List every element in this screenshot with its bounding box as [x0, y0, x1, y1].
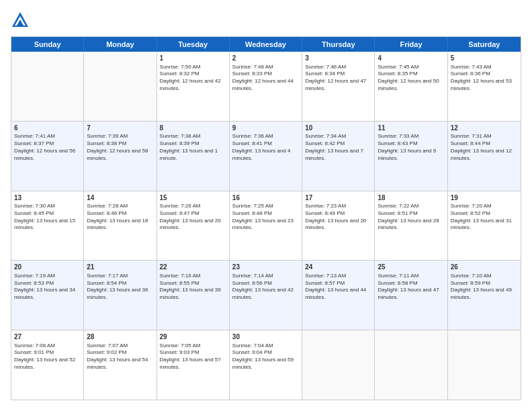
- calendar: SundayMondayTuesdayWednesdayThursdayFrid…: [11, 36, 521, 400]
- day-info: Sunrise: 7:14 AM Sunset: 8:56 PM Dayligh…: [232, 273, 299, 302]
- day-info: Sunrise: 7:19 AM Sunset: 8:53 PM Dayligh…: [14, 273, 81, 302]
- day-number: 19: [451, 193, 518, 203]
- day-info: Sunrise: 7:25 AM Sunset: 8:48 PM Dayligh…: [232, 203, 299, 232]
- day-header-thursday: Thursday: [302, 37, 375, 52]
- day-cell-22: 22Sunrise: 7:16 AM Sunset: 8:55 PM Dayli…: [157, 261, 230, 330]
- day-cell-empty: [11, 52, 84, 121]
- day-number: 30: [232, 332, 299, 342]
- day-number: 25: [378, 263, 444, 272]
- day-header-wednesday: Wednesday: [230, 37, 302, 52]
- day-header-friday: Friday: [375, 37, 447, 52]
- day-header-sunday: Sunday: [11, 37, 84, 52]
- day-number: 10: [305, 124, 371, 133]
- day-info: Sunrise: 7:41 AM Sunset: 8:37 PM Dayligh…: [14, 133, 81, 162]
- day-cell-17: 17Sunrise: 7:23 AM Sunset: 8:49 PM Dayli…: [302, 191, 375, 261]
- day-cell-5: 5Sunrise: 7:43 AM Sunset: 8:36 PM Daylig…: [448, 52, 521, 121]
- day-number: 27: [14, 332, 81, 342]
- day-cell-20: 20Sunrise: 7:19 AM Sunset: 8:53 PM Dayli…: [11, 261, 84, 330]
- day-cell-26: 26Sunrise: 7:10 AM Sunset: 8:59 PM Dayli…: [448, 261, 521, 330]
- day-cell-13: 13Sunrise: 7:30 AM Sunset: 8:45 PM Dayli…: [11, 191, 84, 261]
- day-number: 2: [232, 54, 299, 63]
- day-info: Sunrise: 7:31 AM Sunset: 8:44 PM Dayligh…: [451, 133, 518, 162]
- day-number: 28: [87, 332, 153, 342]
- day-info: Sunrise: 7:38 AM Sunset: 8:39 PM Dayligh…: [160, 133, 226, 162]
- day-info: Sunrise: 7:08 AM Sunset: 9:01 PM Dayligh…: [14, 342, 81, 371]
- day-number: 21: [87, 263, 153, 272]
- day-info: Sunrise: 7:45 AM Sunset: 8:35 PM Dayligh…: [378, 64, 444, 93]
- day-info: Sunrise: 7:48 AM Sunset: 8:33 PM Dayligh…: [232, 64, 299, 93]
- day-header-monday: Monday: [84, 37, 157, 52]
- day-cell-10: 10Sunrise: 7:34 AM Sunset: 8:42 PM Dayli…: [302, 122, 375, 191]
- day-cell-9: 9Sunrise: 7:36 AM Sunset: 8:41 PM Daylig…: [230, 122, 302, 191]
- day-info: Sunrise: 7:17 AM Sunset: 8:54 PM Dayligh…: [87, 273, 153, 302]
- day-cell-empty: [84, 52, 157, 121]
- page: SundayMondayTuesdayWednesdayThursdayFrid…: [0, 0, 532, 411]
- day-number: 3: [305, 54, 371, 63]
- day-number: 4: [378, 54, 444, 63]
- day-info: Sunrise: 7:43 AM Sunset: 8:36 PM Dayligh…: [451, 64, 518, 93]
- calendar-body: 1Sunrise: 7:50 AM Sunset: 8:32 PM Daylig…: [11, 52, 521, 400]
- calendar-header: SundayMondayTuesdayWednesdayThursdayFrid…: [11, 37, 521, 52]
- day-number: 9: [232, 124, 299, 133]
- calendar-row-1: 1Sunrise: 7:50 AM Sunset: 8:32 PM Daylig…: [11, 52, 521, 122]
- day-number: 23: [232, 263, 299, 272]
- day-cell-6: 6Sunrise: 7:41 AM Sunset: 8:37 PM Daylig…: [11, 122, 84, 191]
- day-cell-16: 16Sunrise: 7:25 AM Sunset: 8:48 PM Dayli…: [230, 191, 302, 261]
- day-cell-1: 1Sunrise: 7:50 AM Sunset: 8:32 PM Daylig…: [157, 52, 230, 121]
- day-cell-25: 25Sunrise: 7:11 AM Sunset: 8:58 PM Dayli…: [375, 261, 447, 330]
- day-info: Sunrise: 7:04 AM Sunset: 9:04 PM Dayligh…: [232, 342, 299, 371]
- day-number: 1: [160, 54, 226, 63]
- day-info: Sunrise: 7:07 AM Sunset: 9:02 PM Dayligh…: [87, 342, 153, 371]
- day-info: Sunrise: 7:30 AM Sunset: 8:45 PM Dayligh…: [14, 203, 81, 232]
- day-number: 13: [14, 193, 81, 203]
- day-info: Sunrise: 7:34 AM Sunset: 8:42 PM Dayligh…: [305, 133, 371, 162]
- day-cell-3: 3Sunrise: 7:46 AM Sunset: 8:34 PM Daylig…: [302, 52, 375, 121]
- logo-icon: [11, 11, 30, 30]
- day-info: Sunrise: 7:36 AM Sunset: 8:41 PM Dayligh…: [232, 133, 299, 162]
- day-number: 22: [160, 263, 226, 272]
- day-number: 8: [160, 124, 226, 133]
- day-cell-2: 2Sunrise: 7:48 AM Sunset: 8:33 PM Daylig…: [230, 52, 302, 121]
- day-cell-11: 11Sunrise: 7:33 AM Sunset: 8:43 PM Dayli…: [375, 122, 447, 191]
- day-number: 20: [14, 263, 81, 272]
- day-info: Sunrise: 7:11 AM Sunset: 8:58 PM Dayligh…: [378, 273, 444, 302]
- day-cell-28: 28Sunrise: 7:07 AM Sunset: 9:02 PM Dayli…: [84, 330, 157, 400]
- day-cell-8: 8Sunrise: 7:38 AM Sunset: 8:39 PM Daylig…: [157, 122, 230, 191]
- header: [11, 11, 521, 30]
- day-cell-empty: [302, 330, 375, 400]
- day-info: Sunrise: 7:16 AM Sunset: 8:55 PM Dayligh…: [160, 273, 226, 302]
- day-cell-empty: [448, 330, 521, 400]
- day-cell-7: 7Sunrise: 7:39 AM Sunset: 8:38 PM Daylig…: [84, 122, 157, 191]
- day-info: Sunrise: 7:10 AM Sunset: 8:59 PM Dayligh…: [451, 273, 518, 302]
- day-cell-14: 14Sunrise: 7:28 AM Sunset: 8:46 PM Dayli…: [84, 191, 157, 261]
- calendar-row-4: 20Sunrise: 7:19 AM Sunset: 8:53 PM Dayli…: [11, 261, 521, 330]
- day-cell-27: 27Sunrise: 7:08 AM Sunset: 9:01 PM Dayli…: [11, 330, 84, 400]
- day-cell-24: 24Sunrise: 7:13 AM Sunset: 8:57 PM Dayli…: [302, 261, 375, 330]
- day-info: Sunrise: 7:22 AM Sunset: 8:51 PM Dayligh…: [378, 203, 444, 232]
- day-cell-29: 29Sunrise: 7:05 AM Sunset: 9:03 PM Dayli…: [157, 330, 230, 400]
- day-number: 18: [378, 193, 444, 203]
- day-number: 12: [451, 124, 518, 133]
- day-number: 16: [232, 193, 299, 203]
- day-info: Sunrise: 7:28 AM Sunset: 8:46 PM Dayligh…: [87, 203, 153, 232]
- day-info: Sunrise: 7:50 AM Sunset: 8:32 PM Dayligh…: [160, 64, 226, 93]
- day-number: 15: [160, 193, 226, 203]
- day-cell-4: 4Sunrise: 7:45 AM Sunset: 8:35 PM Daylig…: [375, 52, 447, 121]
- day-header-tuesday: Tuesday: [157, 37, 230, 52]
- day-number: 14: [87, 193, 153, 203]
- day-info: Sunrise: 7:13 AM Sunset: 8:57 PM Dayligh…: [305, 273, 371, 302]
- calendar-row-2: 6Sunrise: 7:41 AM Sunset: 8:37 PM Daylig…: [11, 122, 521, 191]
- day-cell-23: 23Sunrise: 7:14 AM Sunset: 8:56 PM Dayli…: [230, 261, 302, 330]
- day-number: 17: [305, 193, 371, 203]
- day-cell-18: 18Sunrise: 7:22 AM Sunset: 8:51 PM Dayli…: [375, 191, 447, 261]
- day-info: Sunrise: 7:20 AM Sunset: 8:52 PM Dayligh…: [451, 203, 518, 232]
- day-number: 11: [378, 124, 444, 133]
- day-cell-empty: [375, 330, 447, 400]
- logo: [11, 11, 32, 30]
- day-info: Sunrise: 7:05 AM Sunset: 9:03 PM Dayligh…: [160, 342, 226, 371]
- day-info: Sunrise: 7:46 AM Sunset: 8:34 PM Dayligh…: [305, 64, 371, 93]
- day-number: 29: [160, 332, 226, 342]
- day-info: Sunrise: 7:26 AM Sunset: 8:47 PM Dayligh…: [160, 203, 226, 232]
- day-info: Sunrise: 7:23 AM Sunset: 8:49 PM Dayligh…: [305, 203, 371, 232]
- day-number: 5: [451, 54, 518, 63]
